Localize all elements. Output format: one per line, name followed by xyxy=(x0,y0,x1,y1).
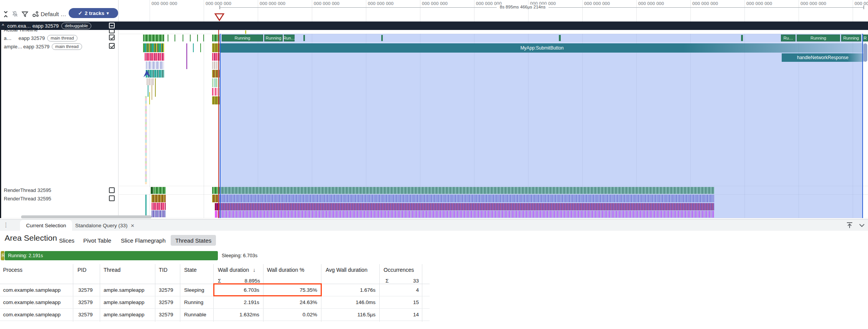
chevron-down-icon[interactable] xyxy=(858,223,865,228)
vertical-scrollbar-thumb[interactable] xyxy=(863,43,867,62)
highlight-box xyxy=(213,283,322,296)
perfetto-trace-viewer: 203 661 027 000 000 000 000 000 000 000 … xyxy=(0,0,868,329)
micro-slice xyxy=(193,43,194,52)
ruler-tick-label: 000 000 000 xyxy=(855,1,868,6)
slice-label: Running xyxy=(843,36,859,40)
tracks-count-label: 2 tracks xyxy=(85,10,104,16)
thread-state-cluster xyxy=(143,35,164,41)
tab-standalone-query[interactable]: Standalone Query (33) ✕ xyxy=(69,220,141,231)
column-header-tid[interactable]: TID xyxy=(159,265,168,275)
column-header-process[interactable]: Process xyxy=(3,265,23,275)
selection-end-line[interactable] xyxy=(862,34,863,218)
cell-pid: 32579 xyxy=(78,308,93,321)
time-ruler[interactable]: 203 661 027 000 000 000 000 000 000 000 … xyxy=(0,0,868,11)
micro-slice xyxy=(245,30,246,34)
pin-off-icon[interactable] xyxy=(12,11,18,18)
handle-network-response-slice[interactable]: handleNetworkResponse xyxy=(782,53,864,62)
track-checkbox[interactable] xyxy=(109,30,115,33)
collapse-tracks-icon[interactable] xyxy=(2,11,9,18)
column-header-state[interactable]: State xyxy=(184,265,197,275)
dock-panel-icon[interactable] xyxy=(846,222,853,229)
subtab-slices[interactable]: Slices xyxy=(54,235,79,246)
column-header-avg-wall-duration[interactable]: Avg Wall duration xyxy=(326,265,367,275)
render-cluster xyxy=(152,195,166,202)
tracks-dropdown-button[interactable]: ✓ 2 tracks ▾ xyxy=(69,8,118,18)
timeline-canvas[interactable]: 203 661 027 000 000 000 000 000 000 000 … xyxy=(0,0,868,219)
track-row-main-thread-1[interactable]: a… eapp 32579 main thread xyxy=(0,34,118,42)
state-bar-running-segment[interactable]: Running: 2.191s xyxy=(5,251,218,260)
workspace-name[interactable]: Default … xyxy=(41,11,66,17)
subtab-thread-states[interactable]: Thread States xyxy=(171,235,216,246)
horizontal-scrollbar-thumb[interactable] xyxy=(21,215,152,218)
tab-label: Current Selection xyxy=(26,223,66,228)
cell-wall-duration: 2.191s xyxy=(217,296,259,308)
running-slice[interactable]: Running xyxy=(841,35,861,41)
subtab-label: Pivot Table xyxy=(83,237,111,244)
main-thread-badge: main thread xyxy=(52,43,82,50)
cell-avg-wall-duration: 1.676s xyxy=(325,284,376,296)
measure-start-tick xyxy=(219,5,220,9)
running-slice[interactable]: Ru… xyxy=(781,35,796,41)
group-checkbox-indeterminate[interactable] xyxy=(109,23,115,28)
ruler-tick-label: 000 000 000 xyxy=(800,1,826,6)
running-slice[interactable]: R xyxy=(862,35,868,41)
column-header-wall-duration-pct[interactable]: Wall duration % xyxy=(267,265,305,275)
state-bar-runnable-segment[interactable]: R xyxy=(1,251,4,260)
micro-slice xyxy=(200,43,201,52)
cell-avg-wall-duration: 116.5µs xyxy=(325,308,376,321)
panel-title: Area Selection xyxy=(5,233,57,243)
bottom-panel-tabbar: ⋮ Current Selection Standalone Query (33… xyxy=(0,219,868,231)
thread-prefix: a… xyxy=(4,35,12,41)
track-checkbox[interactable] xyxy=(109,195,115,201)
ruler-tick-label: 000 000 000 xyxy=(422,1,448,6)
slice-label: Ru… xyxy=(783,36,793,40)
ruler-tick-label: 000 000 000 xyxy=(152,1,177,6)
track-row-renderthread-2[interactable]: RenderThread 32595 xyxy=(0,194,118,203)
thread-state-tick xyxy=(183,35,183,41)
subtab-slice-flamegraph[interactable]: Slice Flamegraph xyxy=(116,235,170,246)
thread-state-tick xyxy=(168,35,168,41)
track-checkbox-checked[interactable] xyxy=(109,35,115,40)
track-row-renderthread-1[interactable]: RenderThread 32595 xyxy=(0,186,118,194)
track-checkbox[interactable] xyxy=(109,187,115,193)
workspace-icon[interactable] xyxy=(32,11,39,18)
expand-caret-icon[interactable]: ^ xyxy=(2,23,4,28)
track-checkbox-checked[interactable] xyxy=(109,43,115,49)
filter-icon[interactable] xyxy=(21,11,28,18)
sort-desc-icon[interactable]: ↓ xyxy=(253,267,255,273)
tab-label: Standalone Query (33) xyxy=(75,223,128,228)
process-group-header[interactable]: ^ com.exa… eapp 32579 debuggable xyxy=(0,21,868,30)
track-label: RenderThread 32595 xyxy=(4,196,51,202)
state-bar-sleeping-segment[interactable]: Sleeping: 6.703s xyxy=(219,251,867,260)
selection-start-line[interactable] xyxy=(220,34,221,218)
column-header-wall-duration[interactable]: Wall duration ↓ xyxy=(218,265,255,275)
tab-current-selection[interactable]: Current Selection xyxy=(20,220,72,231)
slice-label: handleNetworkResponse xyxy=(797,55,848,60)
track-row-main-thread-2[interactable]: ample… eapp 32579 main thread xyxy=(0,42,118,51)
column-header-occurrences[interactable]: Occurrences xyxy=(384,265,414,275)
cell-pid: 32579 xyxy=(78,284,93,296)
running-slice[interactable]: Running xyxy=(797,35,840,41)
track-row-actual-timeline[interactable]: Actual Timeline xyxy=(0,30,868,34)
area-selection-overlay[interactable] xyxy=(219,34,863,218)
cell-wall-duration: 1.632ms xyxy=(217,308,259,321)
close-icon[interactable]: ✕ xyxy=(131,223,135,228)
subtab-pivot-table[interactable]: Pivot Table xyxy=(79,235,116,246)
flame-thin-slice xyxy=(152,85,152,100)
ruler-tick-label: 000 000 000 xyxy=(314,1,339,6)
running-slice[interactable]: Running xyxy=(264,35,283,41)
selection-marker-flag[interactable] xyxy=(214,13,225,21)
column-header-pid[interactable]: PID xyxy=(77,265,86,275)
cell-occurrences: 4 xyxy=(384,284,419,296)
micro-slice xyxy=(186,43,187,69)
group-indent-strip xyxy=(0,21,1,218)
running-slice[interactable]: Running xyxy=(222,35,263,41)
flame-thin-slice xyxy=(149,92,150,104)
running-slice[interactable]: Run… xyxy=(284,35,295,41)
track-label: RenderThread 32595 xyxy=(4,187,51,193)
submit-button-slice[interactable]: MyApp:SubmitButton xyxy=(220,43,864,53)
column-header-thread[interactable]: Thread xyxy=(104,265,120,275)
flame-cursor-arrow xyxy=(143,70,151,78)
drag-handle-icon[interactable]: ⋮ xyxy=(3,222,8,228)
cell-state: Sleeping xyxy=(184,284,204,296)
